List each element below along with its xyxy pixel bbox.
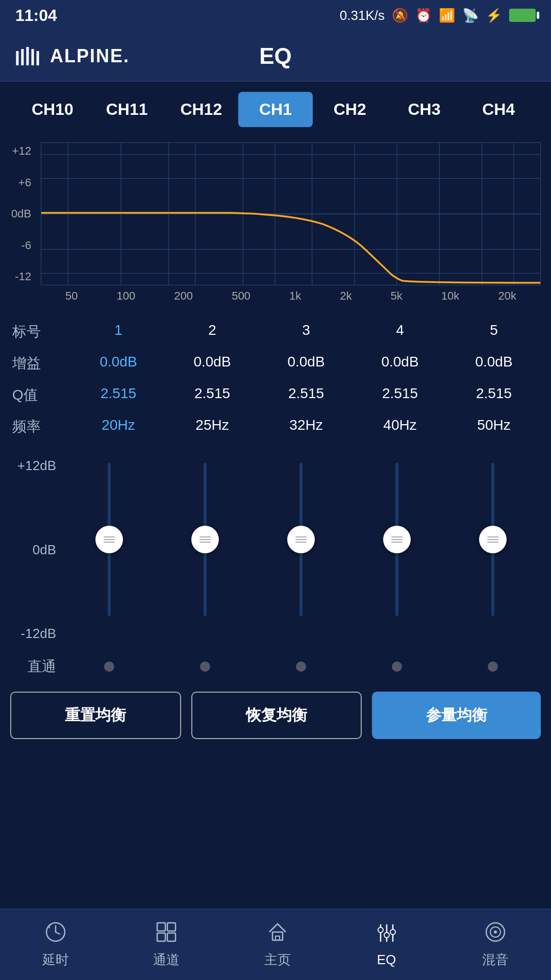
slider-2-thumb[interactable] bbox=[191, 526, 219, 553]
band4-index[interactable]: 4 bbox=[353, 316, 447, 348]
x-axis-labels: 50 100 200 500 1k 2k 5k 10k 20k bbox=[41, 289, 541, 303]
status-bar: 11:04 0.31K/s 🔕 ⏰ 📶 📡 ⚡ bbox=[0, 0, 551, 31]
tab-ch11[interactable]: CH11 bbox=[90, 92, 164, 127]
tab-ch4[interactable]: CH4 bbox=[461, 92, 536, 127]
band2-q[interactable]: 2.515 bbox=[165, 379, 259, 411]
x-label-200: 200 bbox=[174, 289, 193, 303]
band2-gain[interactable]: 0.0dB bbox=[165, 348, 259, 379]
svg-rect-26 bbox=[167, 923, 176, 931]
slider-5-thumb[interactable] bbox=[479, 526, 507, 553]
logo-lines bbox=[15, 46, 46, 66]
bypass-label: 直通 bbox=[10, 657, 61, 676]
svg-line-24 bbox=[56, 932, 60, 934]
svg-point-34 bbox=[378, 927, 383, 933]
x-label-5k: 5k bbox=[391, 289, 403, 303]
channel-tabs: CH10 CH11 CH12 CH1 CH2 CH3 CH4 bbox=[0, 82, 551, 137]
svg-point-39 bbox=[494, 930, 497, 934]
slider-2[interactable] bbox=[204, 458, 207, 642]
band5-gain[interactable]: 0.0dB bbox=[447, 348, 541, 379]
reset-button[interactable]: 重置均衡 bbox=[10, 692, 181, 739]
mix-icon bbox=[484, 921, 507, 947]
nav-mix[interactable]: 混音 bbox=[482, 921, 509, 969]
nav-delay[interactable]: 延时 bbox=[42, 921, 69, 969]
bypass-dots bbox=[61, 662, 541, 672]
tab-ch10[interactable]: CH10 bbox=[15, 92, 90, 127]
y-label-0: 0dB bbox=[11, 207, 31, 220]
tab-ch3[interactable]: CH3 bbox=[387, 92, 462, 127]
band1-gain[interactable]: 0.0dB bbox=[71, 348, 165, 379]
bypass-dot-3[interactable] bbox=[296, 662, 306, 672]
charging-icon: ⚡ bbox=[486, 8, 502, 23]
slider-4[interactable] bbox=[395, 458, 398, 642]
band3-freq[interactable]: 32Hz bbox=[259, 411, 353, 443]
svg-rect-25 bbox=[157, 923, 165, 931]
bypass-dot-1[interactable] bbox=[104, 662, 114, 672]
band3-index[interactable]: 3 bbox=[259, 316, 353, 348]
slider-4-thumb[interactable] bbox=[383, 526, 411, 553]
band5-freq[interactable]: 50Hz bbox=[447, 411, 541, 443]
slider-1[interactable] bbox=[108, 458, 111, 642]
status-time: 11:04 bbox=[15, 6, 57, 25]
bypass-dot-4[interactable] bbox=[392, 662, 402, 672]
tab-ch1[interactable]: CH1 bbox=[238, 92, 313, 127]
signal-icon: 📡 bbox=[462, 8, 479, 23]
nav-channel-label: 通道 bbox=[153, 951, 180, 969]
bottom-nav: 延时 通道 主页 bbox=[0, 909, 551, 980]
nav-home[interactable]: 主页 bbox=[264, 921, 291, 969]
db-labels: +12dB 0dB -12dB bbox=[10, 443, 61, 657]
band1-q[interactable]: 2.515 bbox=[71, 379, 165, 411]
bypass-dot-2[interactable] bbox=[200, 662, 210, 672]
x-label-20k: 20k bbox=[498, 289, 516, 303]
wifi-icon: 📶 bbox=[439, 8, 455, 23]
y-label-12: +12 bbox=[12, 144, 31, 158]
band2-freq[interactable]: 25Hz bbox=[165, 411, 259, 443]
band1-freq[interactable]: 20Hz bbox=[71, 411, 165, 443]
band4-q[interactable]: 2.515 bbox=[353, 379, 447, 411]
bypass-dot-5[interactable] bbox=[488, 662, 498, 672]
band3-gain[interactable]: 0.0dB bbox=[259, 348, 353, 379]
tab-ch2[interactable]: CH2 bbox=[313, 92, 387, 127]
parametric-button[interactable]: 参量均衡 bbox=[372, 692, 541, 739]
row-label-index: 标号 bbox=[10, 316, 71, 348]
nav-eq[interactable]: EQ bbox=[375, 922, 398, 968]
sliders-area bbox=[61, 443, 541, 657]
slider-1-track bbox=[108, 463, 111, 616]
label-plus12db: +12dB bbox=[10, 458, 61, 474]
band-table: 标号 1 2 3 4 5 增益 0.0dB 0.0dB 0.0dB 0.0dB … bbox=[0, 306, 551, 443]
band1-index[interactable]: 1 bbox=[71, 316, 165, 348]
label-minus12db: -12dB bbox=[10, 626, 61, 642]
x-label-1k: 1k bbox=[289, 289, 301, 303]
band5-q[interactable]: 2.515 bbox=[447, 379, 541, 411]
slider-5-track bbox=[491, 463, 494, 616]
channel-icon bbox=[155, 921, 178, 947]
slider-2-track bbox=[204, 463, 207, 616]
band3-q[interactable]: 2.515 bbox=[259, 379, 353, 411]
band2-index[interactable]: 2 bbox=[165, 316, 259, 348]
label-0db: 0dB bbox=[10, 542, 61, 558]
action-buttons: 重置均衡 恢复均衡 参量均衡 bbox=[0, 676, 551, 754]
slider-3-track bbox=[299, 463, 303, 616]
band5-index[interactable]: 5 bbox=[447, 316, 541, 348]
eq-curve-svg bbox=[41, 143, 540, 285]
row-label-gain: 增益 bbox=[10, 348, 71, 379]
nav-delay-label: 延时 bbox=[42, 951, 69, 969]
band4-gain[interactable]: 0.0dB bbox=[353, 348, 447, 379]
bypass-row: 直通 bbox=[0, 657, 551, 676]
nav-eq-label: EQ bbox=[377, 952, 396, 968]
slider-5[interactable] bbox=[491, 458, 494, 642]
slider-1-thumb[interactable] bbox=[95, 526, 123, 553]
status-icons: 0.31K/s 🔕 ⏰ 📶 📡 ⚡ bbox=[340, 8, 536, 23]
svg-rect-28 bbox=[167, 933, 176, 941]
slider-3-thumb[interactable] bbox=[287, 526, 315, 553]
x-label-10k: 10k bbox=[441, 289, 459, 303]
restore-button[interactable]: 恢复均衡 bbox=[191, 692, 362, 739]
slider-4-track bbox=[395, 463, 398, 616]
header: ALPINE. EQ bbox=[0, 31, 551, 82]
svg-point-35 bbox=[384, 933, 389, 938]
nav-channel[interactable]: 通道 bbox=[153, 921, 180, 969]
slider-3[interactable] bbox=[299, 458, 303, 642]
nav-home-label: 主页 bbox=[264, 951, 291, 969]
header-title: EQ bbox=[259, 43, 292, 69]
tab-ch12[interactable]: CH12 bbox=[164, 92, 238, 127]
band4-freq[interactable]: 40Hz bbox=[353, 411, 447, 443]
